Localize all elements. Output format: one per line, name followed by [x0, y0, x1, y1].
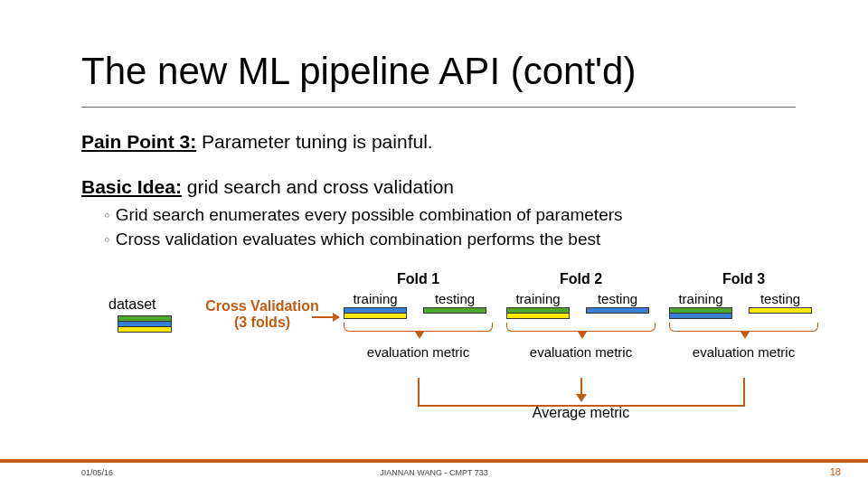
slide: The new ML pipeline API (cont'd) Pain Po… — [0, 0, 868, 488]
cross-validation-label: Cross Validation(3 folds) — [203, 298, 321, 330]
training-label: training — [669, 291, 732, 306]
dataset-label: dataset — [108, 296, 156, 313]
basic-idea-line: Basic Idea: grid search and cross valida… — [81, 176, 454, 198]
cv-line1: Cross Validation — [205, 298, 318, 314]
connector-line — [580, 378, 582, 394]
bullet-item: ◦Cross validation evaluates which combin… — [104, 228, 623, 252]
bullet-list: ◦Grid search enumerates every possible c… — [104, 203, 623, 251]
brace-icon — [506, 323, 656, 332]
data-bar-yellow — [118, 326, 172, 333]
pain-point-label: Pain Point 3: — [81, 131, 196, 152]
bullet-item: ◦Grid search enumerates every possible c… — [104, 203, 623, 228]
training-col: training — [506, 291, 570, 319]
evaluation-metric-label: evaluation metric — [669, 344, 818, 360]
cv-line2: (3 folds) — [234, 314, 290, 330]
footer-page-number: 18 — [830, 466, 841, 477]
connector-line — [743, 378, 745, 405]
title-underline — [81, 107, 796, 108]
fold-1: Fold 1 training testing evaluatio — [344, 271, 493, 360]
slide-title: The new ML pipeline API (cont'd) — [81, 50, 636, 93]
bullet-text: Cross validation evaluates which combina… — [116, 228, 601, 252]
footer-author: JIANNAN WANG - CMPT 733 — [0, 468, 868, 477]
bullet-icon: ◦ — [104, 203, 110, 228]
data-bar-blue — [586, 307, 649, 314]
bullet-icon: ◦ — [104, 228, 110, 252]
testing-label: testing — [749, 291, 812, 306]
fold-2: Fold 2 training testing evaluatio — [506, 271, 656, 360]
evaluation-metric-label: evaluation metric — [344, 344, 493, 360]
data-bar-green — [423, 307, 486, 314]
brace-icon — [669, 323, 818, 332]
basic-idea-text: grid search and cross validation — [182, 176, 454, 197]
data-bar-blue — [669, 313, 732, 319]
arrow-down-icon — [576, 394, 587, 402]
dataset-stack — [118, 316, 172, 333]
evaluation-metric-label: evaluation metric — [506, 344, 656, 360]
arrow-icon — [312, 316, 339, 318]
fold-title: Fold 3 — [669, 271, 818, 287]
basic-idea-label: Basic Idea: — [81, 176, 182, 197]
fold-title: Fold 2 — [506, 271, 656, 287]
training-label: training — [506, 291, 570, 306]
testing-label: testing — [586, 291, 649, 306]
fold-3: Fold 3 training testing evaluatio — [669, 271, 818, 360]
brace-icon — [344, 323, 493, 332]
cross-validation-diagram: dataset Cross Validation(3 folds) Fold 1… — [81, 271, 805, 416]
fold-title: Fold 1 — [344, 271, 493, 287]
training-col: training — [669, 291, 732, 319]
connector-line — [418, 378, 420, 405]
testing-col: testing — [586, 291, 649, 319]
data-bar-yellow — [749, 307, 812, 314]
testing-label: testing — [423, 291, 486, 306]
training-label: training — [344, 291, 407, 306]
data-bar-yellow — [344, 313, 407, 319]
average-metric-label: Average metric — [506, 405, 656, 421]
footer-accent-bar — [0, 459, 868, 463]
training-col: training — [344, 291, 407, 319]
testing-col: testing — [749, 291, 812, 319]
bullet-text: Grid search enumerates every possible co… — [116, 203, 623, 228]
pain-point-line: Pain Point 3: Parameter tuning is painfu… — [81, 131, 433, 153]
data-bar-yellow — [506, 313, 570, 319]
testing-col: testing — [423, 291, 486, 319]
pain-point-text: Parameter tuning is painful. — [196, 131, 432, 152]
